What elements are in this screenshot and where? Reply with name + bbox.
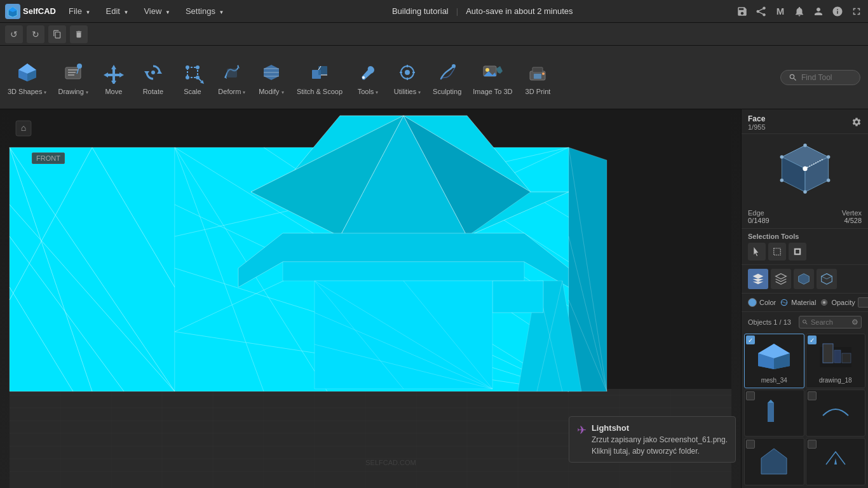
lightshot-icon: ✈ (577, 423, 587, 437)
tool-sculpting[interactable]: Sculpting (428, 56, 466, 99)
cube-view-container[interactable] (742, 134, 868, 209)
logo-icon (5, 4, 20, 19)
logo[interactable]: SelfCAD (5, 4, 56, 19)
3d-print-label: 3D Print (526, 88, 551, 95)
check-obj-3 (746, 391, 755, 400)
check-drawing-18: ✓ (808, 336, 817, 344)
tool-tools[interactable]: Tools ▾ (349, 56, 387, 99)
info-icon[interactable] (831, 5, 844, 18)
3d-print-icon (525, 60, 550, 85)
modify-label: Modify ▾ (259, 88, 283, 95)
sculpting-icon (435, 60, 460, 85)
color-circle (748, 298, 757, 307)
thumb-obj-6 (813, 442, 858, 480)
delete-button[interactable] (70, 25, 88, 43)
3d-shapes-icon (15, 60, 40, 85)
svg-point-15 (151, 71, 155, 74)
svg-point-127 (780, 179, 783, 182)
utilities-icon (395, 60, 420, 85)
fullscreen-icon[interactable] (850, 5, 863, 18)
lightshot-title: Lightshot (592, 422, 728, 435)
copy-button[interactable] (48, 25, 66, 43)
utilities-label: Utilities ▾ (394, 88, 421, 95)
edge-info: Edge 0/1489 (748, 209, 770, 224)
menu-file[interactable]: File ▼ (64, 4, 95, 18)
opacity-input[interactable]: 100 (858, 297, 868, 308)
svg-point-125 (780, 155, 783, 159)
opacity-control[interactable]: Opacity 100 (820, 297, 868, 308)
notification-icon[interactable] (793, 5, 806, 18)
svg-rect-25 (227, 69, 237, 78)
top-bar: SelfCAD File ▼ Edit ▼ View ▼ Settings ▼ … (0, 0, 868, 23)
m-icon[interactable]: M (774, 5, 787, 18)
project-name: Building tutorial (392, 6, 449, 16)
svg-marker-12 (104, 65, 124, 84)
object-3[interactable] (744, 390, 804, 437)
view-transparent-icon[interactable] (817, 269, 837, 289)
tool-deform[interactable]: Deform ▾ (213, 56, 251, 99)
object-5[interactable] (744, 438, 804, 485)
objects-gear-icon[interactable]: ⚙ (851, 318, 858, 327)
svg-marker-100 (283, 262, 524, 281)
view-wireframe-icon[interactable] (771, 269, 791, 289)
tool-stitch-scoop[interactable]: Stitch & Scoop (292, 56, 348, 99)
find-tool-input[interactable] (801, 73, 852, 82)
face-count: 1/955 (748, 123, 766, 131)
sel-cursor-icon[interactable] (748, 243, 766, 261)
deform-icon (219, 60, 245, 85)
object-mesh-34[interactable]: ✓ mesh_34 (744, 334, 804, 388)
view-shaded-icon[interactable] (794, 269, 814, 289)
image-to-3d-label: Image To 3D (473, 88, 512, 95)
menu-edit[interactable]: Edit ▼ (101, 4, 134, 18)
svg-rect-129 (774, 248, 781, 255)
redo-button[interactable]: ↻ (27, 25, 44, 43)
svg-rect-143 (768, 403, 774, 422)
lightshot-notification[interactable]: ✈ Lightshot Zrzut zapisany jako Screensh… (569, 416, 736, 463)
find-tool-wrapper (780, 70, 860, 85)
svg-point-39 (452, 64, 456, 68)
selection-tools-icons (742, 243, 868, 265)
cmo-row: Color Material Opacity 100 (742, 294, 868, 312)
search-input[interactable] (811, 318, 849, 326)
mini-toolbar: ↺ ↻ (0, 23, 868, 46)
tool-3d-print[interactable]: 3D Print (519, 56, 557, 99)
color-toggle[interactable]: Color (748, 298, 776, 307)
menu-view[interactable]: View ▼ (139, 4, 175, 18)
svg-marker-14 (144, 71, 149, 75)
menu-settings[interactable]: Settings ▼ (180, 4, 229, 18)
search-icon-small (802, 319, 808, 325)
tool-move[interactable]: Move (95, 56, 133, 99)
object-4[interactable] (806, 390, 866, 437)
sel-box-icon[interactable] (768, 243, 786, 261)
undo-button[interactable]: ↺ (5, 25, 23, 43)
user-icon[interactable] (812, 5, 825, 18)
tool-utilities[interactable]: Utilities ▾ (388, 56, 426, 99)
panel-settings-icon[interactable] (851, 117, 862, 129)
svg-point-134 (822, 299, 827, 305)
svg-point-17 (186, 65, 189, 69)
move-icon (101, 60, 126, 85)
tool-drawing[interactable]: Drawing ▾ (53, 56, 93, 99)
object-drawing-18[interactable]: ✓ drawing_18 (806, 334, 866, 388)
sel-all-icon[interactable] (789, 243, 806, 261)
deform-label: Deform ▾ (218, 88, 245, 95)
tool-modify[interactable]: Modify ▾ (252, 56, 290, 99)
object-6[interactable] (806, 438, 866, 485)
main-area: SELFCAD.COM ⌂ FRONT ✈ Lightshot Zrzut za… (0, 109, 868, 488)
viewport[interactable]: SELFCAD.COM ⌂ FRONT ✈ Lightshot Zrzut za… (0, 109, 741, 488)
svg-rect-140 (823, 344, 833, 363)
view-solid-icon[interactable] (748, 269, 768, 289)
tool-image-to-3d[interactable]: Image To 3D (468, 56, 517, 99)
tool-rotate[interactable]: Rotate (134, 56, 172, 99)
tool-3d-shapes[interactable]: 3D Shapes ▾ (3, 56, 51, 99)
tool-scale[interactable]: Scale (173, 56, 212, 99)
share-icon[interactable] (755, 5, 768, 18)
search-box[interactable]: ⚙ (799, 316, 862, 329)
svg-point-126 (803, 190, 807, 194)
thumb-obj-4 (813, 393, 858, 431)
opacity-icon (820, 298, 829, 307)
scale-icon (180, 60, 205, 85)
material-toggle[interactable]: Material (780, 298, 816, 307)
save-icon[interactable] (736, 5, 749, 18)
svg-rect-46 (534, 74, 541, 79)
